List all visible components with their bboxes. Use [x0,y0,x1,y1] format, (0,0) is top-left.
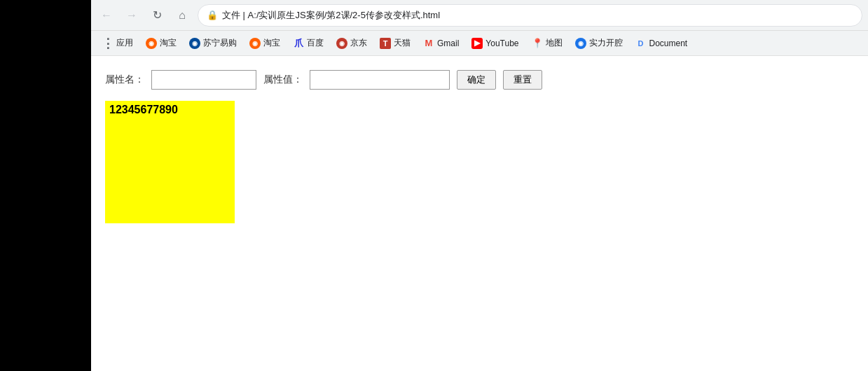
bookmark-taobao2[interactable]: ◉ 淘宝 [244,34,286,52]
confirm-button[interactable]: 确定 [457,70,496,90]
left-black-panel [0,0,91,371]
security-icon: 🔒 [207,10,218,20]
bookmark-suning[interactable]: ◉ 苏宁易购 [184,34,242,52]
forward-button[interactable]: → [122,6,142,25]
attr-value-input[interactable] [310,70,450,90]
bookmark-jingdong-label: 京东 [350,37,367,49]
address-bar[interactable]: 🔒 文件 | A:/实训原生JS案例/第2课/2-5传参改变样式.html [198,4,862,27]
attr-name-input[interactable] [151,70,256,90]
bookmark-taobao1[interactable]: ◉ 淘宝 [140,34,182,52]
bookmark-apps-label: 应用 [116,37,133,49]
bookmark-baidu-label: 百度 [307,37,324,49]
ditu-icon: 📍 [532,38,543,49]
bookmark-suning-label: 苏宁易购 [203,37,237,49]
back-button[interactable]: ← [97,6,116,25]
refresh-button[interactable]: ↻ [147,6,167,25]
bookmark-youtube[interactable]: ▶ YouTube [466,35,524,52]
taobao2-icon: ◉ [249,38,261,49]
bookmark-ditu-label: 地图 [546,37,563,49]
bookmark-tmall[interactable]: T 天猫 [374,34,416,52]
tmall-icon: T [380,38,391,49]
home-button[interactable]: ⌂ [172,6,192,25]
doc-icon: D [635,38,647,49]
bookmarks-bar: ⋮ 应用 ◉ 淘宝 ◉ 苏宁易购 ◉ 淘宝 爪 百度 ◉ 京东 T 天猫 M [91,31,868,56]
bookmark-taobao1-label: 淘宝 [160,37,177,49]
bookmark-gmail[interactable]: M Gmail [418,35,464,52]
bookmark-tmall-label: 天猫 [394,37,411,49]
bookmark-taobao2-label: 淘宝 [263,37,280,49]
bookmark-gmail-label: Gmail [437,38,459,48]
taobao1-icon: ◉ [146,38,157,49]
bookmark-jingdong[interactable]: ◉ 京东 [331,34,373,52]
page-content: 属性名： 属性值： 确定 重置 12345677890 [91,56,868,371]
gmail-icon: M [423,38,434,49]
bookmark-doc[interactable]: D Document [630,35,694,52]
attr-name-label: 属性名： [105,74,144,86]
address-text: 文件 | A:/实训原生JS案例/第2课/2-5传参改变样式.html [222,9,440,22]
bookmark-youtube-label: YouTube [485,38,518,48]
jingdong-icon: ◉ [336,38,347,49]
bookmark-apps[interactable]: ⋮ 应用 [97,34,139,52]
bookmark-baidu[interactable]: 爪 百度 [287,34,329,52]
apps-icon: ⋮ [102,38,113,49]
baidu-icon: 爪 [293,38,304,49]
toolbar: 属性名： 属性值： 确定 重置 [105,70,854,90]
browser-chrome: ← → ↻ ⌂ 🔒 文件 | A:/实训原生JS案例/第2课/2-5传参改变样式… [91,0,868,56]
bookmark-ditu[interactable]: 📍 地图 [526,34,568,52]
bookmark-doc-label: Document [649,38,688,48]
youtube-icon: ▶ [471,38,483,49]
bookmark-shili-label: 实力开腔 [589,37,623,49]
nav-bar: ← → ↻ ⌂ 🔒 文件 | A:/实训原生JS案例/第2课/2-5传参改变样式… [91,0,868,31]
shili-icon: ◉ [575,38,586,49]
reset-button[interactable]: 重置 [503,70,542,90]
bookmark-shili[interactable]: ◉ 实力开腔 [570,34,628,52]
attr-value-label: 属性值： [263,74,303,86]
demo-box: 12345677890 [105,101,235,223]
demo-text: 12345677890 [109,104,178,116]
suning-icon: ◉ [189,38,200,49]
